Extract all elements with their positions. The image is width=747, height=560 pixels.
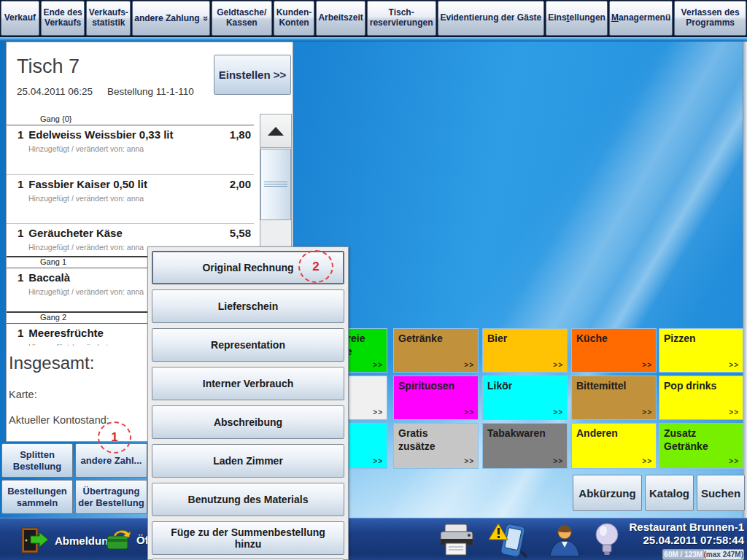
menu-item-managermenue[interactable]: Managermenü [609,1,673,36]
item-qty: 1 [18,271,23,284]
order-datetime: 25.04.2011 06:25 [17,86,93,97]
item-name: Edelweiss Weissbier 0,33 lit [28,128,173,141]
more-chevron-icon: >> [642,360,652,370]
open-drawer-button[interactable]: Öff [107,529,152,551]
lightbulb-icon[interactable] [591,521,623,558]
wallet-icon [107,529,131,551]
annotation-circle-2: 2 [298,250,333,283]
order-item[interactable]: 1Fassbier Kaiser 0,50 lit 2,00 Hinzugefü… [7,174,254,223]
item-qty: 1 [18,327,23,339]
menu-item-arbeitszeit[interactable]: Arbeitszeit [316,1,365,36]
shortcut-button[interactable]: Abkürzung [573,475,642,511]
item-note: Hinzugefügt / verändert von: anna [28,144,254,153]
order-subtitle: 25.04.2011 06:25 Bestellung 11-1-110 [17,86,194,97]
restaurant-name: Restaurant Brunnen-1 [629,521,744,534]
status-block: Restaurant Brunnen-1 25.04.2011 07:58:44… [629,521,744,560]
scroll-up-icon [268,127,284,136]
more-chevron-icon: >> [642,456,652,466]
more-chevron-icon: >> [373,408,383,417]
category-getraenke[interactable]: Getränke>> [393,328,479,373]
order-number: Bestellung 11-1-110 [107,86,194,97]
popup-item-laden-zimmer[interactable]: Laden Zimmer [152,444,344,478]
memory-usage-bar: 60M / 123M (max 247M) [662,549,744,560]
more-chevron-icon: >> [729,360,739,370]
logout-door-icon [20,527,50,553]
settings-button[interactable]: Einstellen >> [214,55,291,95]
pos-screen: Verkauf Ende des Verkaufs Verkaufs-stati… [0,0,747,560]
more-chevron-icon: >> [553,360,563,370]
printer-icon[interactable] [436,521,477,558]
item-name: Geräucheter Käse [28,227,122,239]
menu-item-geldtasche-kassen[interactable]: Geldtasche/ Kassen [212,1,272,36]
menu-item-evidentierung-der-gaeste[interactable]: Evidentierung der Gäste [438,1,545,36]
more-chevron-icon: >> [464,456,474,466]
more-chevron-icon: >> [553,456,563,466]
menu-divider-strip [0,37,747,42]
category-gratis-zusaetze[interactable]: Gratis zusätze>> [393,423,479,469]
more-chevron-icon: >> [553,408,563,417]
category-pizzen[interactable]: Pizzen>> [659,328,743,373]
item-qty: 1 [18,178,23,190]
scrollbar-thumb[interactable] [260,149,291,220]
scrollbar-grip-icon [264,182,287,187]
item-price: 2,00 [230,178,251,190]
category-spirituosen[interactable]: Spirituosen>> [393,376,479,420]
search-button[interactable]: Suchen [697,475,745,511]
order-section: Gang {0} 1Edelweiss Weissbier 0,33 lit 1… [7,114,254,256]
table-title: Tisch 7 [17,55,80,78]
order-item[interactable]: 1Edelweiss Weissbier 0,33 lit 1,80 Hinzu… [7,125,254,174]
menu-item-einstellungen[interactable]: Einstellungen [546,1,608,36]
category-pop-drinks[interactable]: Pop drinks>> [659,376,743,420]
category-bittemittel[interactable]: Bittemittel>> [571,376,657,420]
menu-item-andere-zahlung[interactable]: andere Zahlung» [132,1,210,36]
taskbar-datetime: 25.04.2011 07:58:44 [629,534,744,547]
taskbar: Abmeldung Öff [0,518,747,560]
more-chevron-icon: >> [464,360,474,370]
category-zusatz-getraenke[interactable]: Zusatz Getränke>> [659,423,743,469]
more-chevron-icon: >> [729,408,739,417]
annotation-circle-1: 1 [98,421,131,454]
item-qty: 1 [18,227,23,239]
more-chevron-icon: >> [464,408,474,417]
popup-item-abschreibung[interactable]: Abschreibung [152,405,344,439]
transfer-order-button[interactable]: Übertragung der Bestellung [75,480,147,514]
menu-item-tischreservierungen[interactable]: Tisch-reservierungen [367,1,436,36]
popup-item-lieferschein[interactable]: Lieferschein [152,289,344,323]
more-chevron-icon: >> [373,360,383,370]
mobile-device-warning-icon[interactable] [489,522,531,559]
item-note: Hinzugefügt / verändert von: anna [28,194,254,203]
menu-item-verlassen-des-programms[interactable]: Verlassen des Programms [674,1,746,36]
scroll-up-button[interactable] [260,114,291,148]
item-price: 5,58 [230,227,251,239]
popup-item-representation[interactable]: Representation [152,328,344,362]
category-tabakwaren[interactable]: Tabakwaren>> [482,423,568,469]
category-kueche[interactable]: Küche>> [571,328,657,373]
top-menu-bar: Verkauf Ende des Verkaufs Verkaufs-stati… [0,0,747,37]
popup-item-fuege-summenbestellung[interactable]: Füge zu der Summenbestellung hinzu [152,521,344,555]
menu-item-verkauf[interactable]: Verkauf [1,1,39,36]
category-anderen[interactable]: Anderen>> [571,423,657,469]
menu-item-kunden-konten[interactable]: Kunden-Konten [274,1,315,36]
user-icon[interactable] [546,523,584,558]
more-chevron-icon: >> [373,456,383,466]
memory-used: 60M / 123M [663,550,704,559]
item-name: Baccalà [28,271,70,284]
category-bier[interactable]: Bier>> [482,328,568,373]
logout-button[interactable]: Abmeldung [20,527,115,553]
double-chevron-down-icon: » [200,15,211,20]
menu-item-ende-des-verkaufs[interactable]: Ende des Verkaufs [41,1,85,36]
popup-item-benutzung-des-materials[interactable]: Benutzung des Materials [152,483,344,516]
memory-max: (max 247M) [704,550,743,559]
collect-orders-button[interactable]: Bestellungen sammeln [1,480,73,514]
item-name: Meeresfrüchte [28,327,104,339]
item-price: 1,80 [230,128,251,141]
item-name: Fassbier Kaiser 0,50 lit [28,178,147,190]
payment-options-popup: Original Rechnung Lieferschein Represent… [147,246,349,560]
more-chevron-icon: >> [642,408,652,417]
catalog-button[interactable]: Katalog [645,475,694,511]
popup-item-interner-verbrauch[interactable]: Interner Verbrauch [152,367,344,400]
gang-header: Gang {0} [7,114,254,125]
category-likoer[interactable]: Likör>> [482,376,568,420]
menu-item-verkaufsstatistik[interactable]: Verkaufs-statistik [86,1,131,36]
split-order-button[interactable]: Splitten Bestellung [1,443,73,478]
